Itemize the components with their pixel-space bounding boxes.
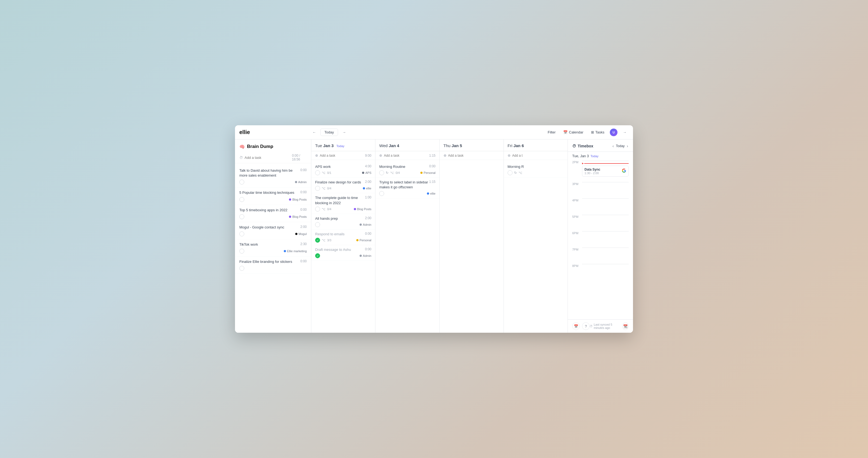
task-check-button[interactable] xyxy=(239,197,244,202)
day-add-task-input-fri[interactable] xyxy=(512,154,564,158)
event-title: Data Sync xyxy=(585,168,600,171)
sidebar-task-item[interactable]: Mogul - Google contact sync 2:00 Mogul xyxy=(235,222,311,239)
time-label-6pm: 6PM xyxy=(572,231,582,235)
day-add-task-input-thu[interactable] xyxy=(448,154,500,158)
timebox-event-card[interactable]: Data Sync 1:30 - 2:00 xyxy=(582,166,629,177)
tasks-icon: ⊞ xyxy=(591,130,594,134)
tag-dot xyxy=(289,198,291,201)
day-task-tag: Personal xyxy=(356,238,371,242)
timebox-nav: ‹ Today › xyxy=(612,143,629,149)
day-task-item[interactable]: Respond to emails 0:00 ✓ ⌥ 3/3 Per xyxy=(311,230,375,245)
forward-button[interactable]: → xyxy=(340,129,348,135)
today-button[interactable]: Today xyxy=(320,128,338,136)
tag-label: Mogul xyxy=(299,232,307,235)
brain-emoji: 🧠 xyxy=(239,144,245,149)
day-title-wed: Wed Jan 4 xyxy=(379,143,399,148)
day-column-tue: Tue Jan 3 Today ⊕ 9:00 APS work xyxy=(311,140,375,333)
day-task-item[interactable]: All hands prep 2:00 Admin xyxy=(311,214,375,230)
task-check-button[interactable] xyxy=(239,180,244,184)
day-add-task-row-fri: ⊕ xyxy=(504,151,567,160)
day-task-tag: ellie xyxy=(427,192,436,195)
forward-arrow-button[interactable]: → xyxy=(621,129,629,135)
day-add-task-input-tue[interactable] xyxy=(320,154,363,158)
sidebar-task-item[interactable]: TikTok work 2:30 Ellie marketing xyxy=(235,239,311,257)
day-task-item[interactable]: The complete guide to time blocking in 2… xyxy=(311,193,375,214)
time-label-4pm: 4PM xyxy=(572,198,582,202)
task-check-button[interactable] xyxy=(239,214,244,219)
day-column-wed: Wed Jan 4 ⊕ 1:15 Morning Routine xyxy=(375,140,439,333)
subtask-icon: ⌥ xyxy=(519,171,522,175)
task-time: 2:30 xyxy=(301,242,307,246)
day-task-name: Trying to select label in sidebar makes … xyxy=(379,180,429,190)
day-title-tue: Tue Jan 3 Today xyxy=(315,143,344,148)
sidebar-header: 🧠 Brain Dump xyxy=(235,140,311,152)
app-window: ellie ← Today → Filter 📅 Calendar ⊞ Task… xyxy=(235,125,633,333)
add-task-icon-fri: ⊕ xyxy=(507,153,510,158)
task-check-button[interactable] xyxy=(239,266,244,271)
subtask-icon: ⌥ xyxy=(322,171,326,175)
day-task-check[interactable] xyxy=(507,170,513,175)
day-task-item[interactable]: Finalize new design for cards 2:00 ⌥ 0/4 xyxy=(311,178,375,193)
time-slot-5pm: 5PM xyxy=(568,215,633,231)
sidebar-task-item[interactable]: 5 Popular time blocking techniques 0:00 … xyxy=(235,188,311,205)
day-add-task-row-tue: ⊕ 9:00 xyxy=(311,151,375,160)
day-header-wed: Wed Jan 4 xyxy=(375,140,439,151)
day-task-time: 0:00 xyxy=(365,247,371,251)
day-task-item[interactable]: Morning R ↻ ⌥ xyxy=(504,162,567,178)
sidebar-title: Brain Dump xyxy=(247,144,273,149)
back-button[interactable]: ← xyxy=(310,129,318,135)
day-task-check[interactable] xyxy=(315,170,320,175)
day-task-check[interactable] xyxy=(315,186,320,191)
day-tasks-tue: APS work 4:00 ⌥ 0/1 APS xyxy=(311,160,375,333)
sidebar-add-task-input[interactable] xyxy=(245,155,290,160)
calendar-button[interactable]: 📅 Calendar xyxy=(561,129,586,135)
day-task-time: 1:00 xyxy=(365,195,371,199)
time-slot-6pm: 6PM xyxy=(568,231,633,248)
filter-button[interactable]: Filter xyxy=(546,129,558,135)
day-task-check[interactable] xyxy=(379,170,384,175)
day-task-check[interactable] xyxy=(379,191,384,196)
day-task-item[interactable]: Trying to select label in sidebar makes … xyxy=(375,178,439,198)
timebox-today-button[interactable]: Today xyxy=(616,144,625,148)
day-add-task-input-wed[interactable] xyxy=(384,154,428,158)
tag-dot xyxy=(295,181,297,183)
day-task-check[interactable]: ✓ xyxy=(315,238,320,242)
timebox-back-button[interactable]: ‹ xyxy=(612,143,615,149)
day-task-check[interactable] xyxy=(315,222,320,227)
day-task-check[interactable] xyxy=(315,207,320,211)
day-task-tag: APS xyxy=(362,171,371,174)
time-slot-7pm: 7PM xyxy=(568,248,633,264)
day-task-tag: Admin xyxy=(360,254,371,257)
calendar-sync-button[interactable]: 📆 xyxy=(622,322,629,330)
sidebar-task-item[interactable]: Top 5 timeboxing apps in 2022 0:00 Blog … xyxy=(235,205,311,222)
sidebar-add-task-time: 0:00 / 16:56 xyxy=(292,154,307,161)
day-task-item[interactable]: Draft message to Ashu 0:00 ✓ Admin xyxy=(311,245,375,261)
task-tag: Blog Posts xyxy=(289,198,307,201)
day-task-item[interactable]: Morning Routine 0:00 ↻ ⌥ 0/4 xyxy=(375,162,439,178)
add-to-calendar-button[interactable]: 📅 xyxy=(572,322,580,330)
sidebar-task-item[interactable]: Finalize Ellie branding for stickers 0:0… xyxy=(235,257,311,274)
day-task-item[interactable]: APS work 4:00 ⌥ 0/1 APS xyxy=(311,162,375,178)
day-header-thu: Thu Jan 5 xyxy=(440,140,503,151)
day-task-tag: Personal xyxy=(421,171,435,174)
sidebar-tasks-list: Talk to David about having him be more s… xyxy=(235,163,311,333)
day-tasks-wed: Morning Routine 0:00 ↻ ⌥ 0/4 xyxy=(375,160,439,333)
task-check-button[interactable] xyxy=(239,249,244,254)
timebox-forward-button[interactable]: › xyxy=(626,143,629,149)
day-task-check[interactable]: ✓ xyxy=(315,253,320,258)
sidebar-task-item[interactable]: Talk to David about having him be more s… xyxy=(235,165,311,188)
subtask-count: 0/4 xyxy=(327,187,331,190)
subtask-icon: ⌥ xyxy=(322,207,326,211)
help-button[interactable]: ? xyxy=(582,322,590,330)
task-tag: Mogul xyxy=(295,232,307,235)
day-task-name: Morning Routine xyxy=(379,164,429,169)
task-check-button[interactable] xyxy=(239,231,244,236)
avatar[interactable]: U xyxy=(610,128,617,136)
tasks-button[interactable]: ⊞ Tasks xyxy=(589,129,607,135)
day-tasks-thu xyxy=(440,160,503,333)
time-label-8pm: 8PM xyxy=(572,264,582,267)
day-header-fri: Fri Jan 6 xyxy=(504,140,567,151)
task-name: Finalize Ellie branding for stickers xyxy=(239,259,298,264)
timebox-date-row: Tue, Jan 3 Today xyxy=(568,152,633,160)
subtask-icon: ⌥ xyxy=(322,238,326,242)
